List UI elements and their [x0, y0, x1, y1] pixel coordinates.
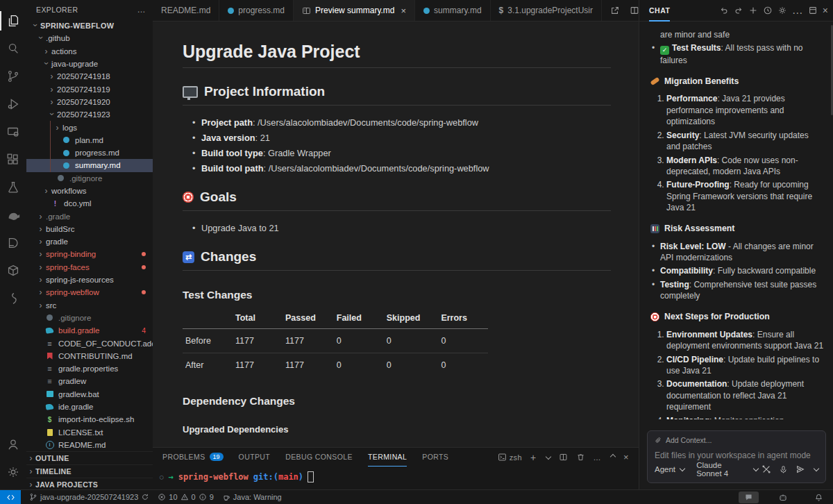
heading-dependency-changes: Dependency Changes — [183, 395, 611, 408]
tree-folder-item[interactable]: ›.gradle — [26, 210, 153, 222]
mode-picker[interactable]: Agent — [655, 465, 675, 473]
tree-file-item[interactable]: README.md — [26, 439, 153, 451]
search-icon[interactable] — [0, 35, 26, 62]
redo-icon[interactable] — [734, 6, 743, 15]
java-status[interactable]: Java: Warning — [222, 493, 282, 501]
kill-terminal-trash-icon[interactable] — [576, 453, 585, 462]
open-preview-icon[interactable] — [610, 6, 620, 15]
problems-status[interactable]: 10 0 9 — [158, 493, 214, 501]
tree-folder-item[interactable]: ›202507241918 — [26, 70, 153, 83]
remote-explorer-icon[interactable] — [0, 118, 26, 146]
maximize-panel-icon[interactable] — [610, 453, 616, 459]
more-actions-icon[interactable]: … — [792, 4, 803, 17]
tree-file-item[interactable]: ide.gradle — [26, 401, 153, 413]
remote-indicator[interactable] — [0, 490, 21, 504]
accounts-icon[interactable] — [0, 430, 26, 458]
tools-icon[interactable] — [762, 464, 771, 474]
undo-icon[interactable] — [719, 6, 729, 15]
microphone-icon[interactable] — [779, 465, 788, 474]
sidebar-section-timeline[interactable]: ›TIMELINE — [26, 464, 153, 478]
settings-gear-icon[interactable] — [0, 458, 26, 486]
source-control-icon[interactable] — [0, 62, 26, 90]
tree-folder-item[interactable]: ›202507241920 — [26, 96, 153, 108]
explorer-icon[interactable] — [0, 7, 26, 35]
tree-file-item[interactable]: dco.yml — [26, 197, 153, 210]
feedback-robot-icon[interactable] — [778, 493, 788, 502]
maximize-chat-icon[interactable] — [808, 6, 818, 15]
gradle-icon[interactable] — [0, 201, 26, 229]
tab-summary[interactable]: summary.md — [415, 0, 490, 21]
panel-tab-problems[interactable]: PROBLEMS 19 — [162, 448, 224, 467]
panel-tab-debug-console[interactable]: DEBUG CONSOLE — [285, 448, 353, 467]
history-icon[interactable] — [763, 6, 773, 15]
notifications-bell-icon[interactable] — [814, 493, 823, 502]
terminal[interactable]: ○ → spring-webflow git:(main) — [153, 467, 639, 482]
tree-folder-item[interactable]: ›spring-webflow — [26, 286, 153, 299]
tree-folder-item[interactable]: ›java-upgrade — [26, 58, 153, 70]
container-cube-icon[interactable] — [0, 257, 26, 285]
tree-folder-item[interactable]: ›spring-js-resources — [26, 274, 153, 286]
split-editor-icon[interactable] — [630, 6, 639, 15]
tree-folder-item[interactable]: ›logs — [26, 121, 153, 133]
tree-file-item[interactable]: plan.md — [26, 134, 153, 146]
new-terminal-icon[interactable]: + — [530, 452, 537, 463]
tree-file-item[interactable]: summary.md — [26, 159, 153, 171]
tree-file-item[interactable]: progress.md — [26, 146, 153, 159]
extensions-icon[interactable] — [0, 146, 26, 174]
tree-file-item[interactable]: CONTRIBUTING.md — [26, 350, 153, 362]
close-chat-icon[interactable]: × — [823, 5, 828, 16]
tree-folder-item[interactable]: ›buildSrc — [26, 223, 153, 235]
tree-folder-item[interactable]: ›.github — [26, 32, 153, 44]
tree-file-item[interactable]: gradle.properties — [26, 362, 153, 375]
git-branch-status[interactable]: java-upgrade-202507241923 — [29, 493, 149, 501]
more-actions-icon[interactable]: … — [137, 5, 146, 15]
chat-status-icon[interactable] — [739, 492, 759, 503]
close-panel-icon[interactable]: × — [623, 452, 629, 462]
add-context-button[interactable]: Add Context... — [655, 436, 818, 444]
bullet-text: : 21 — [255, 133, 270, 143]
tree-folder-item[interactable]: ›spring-faces — [26, 261, 153, 274]
tab-readme[interactable]: README.md — [153, 0, 219, 21]
chevron-right-icon: › — [36, 237, 45, 246]
tree-file-item[interactable]: .gitignore — [26, 172, 153, 185]
chat-input[interactable]: Edit files in your workspace in agent mo… — [655, 451, 818, 460]
panel-tab-output[interactable]: OUTPUT — [239, 448, 271, 467]
testing-beaker-icon[interactable] — [0, 174, 26, 201]
tree-file-item[interactable]: LICENSE.txt — [26, 426, 153, 439]
tab-progress[interactable]: progress.md — [219, 0, 294, 21]
tab-upgrade-project[interactable]: $ 3.1.upgradeProjectUsir — [491, 0, 602, 21]
chevron-down-icon[interactable] — [545, 453, 550, 459]
tree-item-label: spring-faces — [46, 263, 90, 271]
tree-folder-item[interactable]: ›SPRING-WEBFLOW — [26, 19, 153, 32]
shell-selector[interactable]: zsh — [498, 453, 522, 462]
split-terminal-icon[interactable] — [559, 453, 568, 462]
tree-file-item[interactable]: import-into-eclipse.sh — [26, 413, 153, 426]
tree-folder-item[interactable]: ›gradle — [26, 235, 153, 248]
tree-folder-item[interactable]: ›202507241923 — [26, 108, 153, 121]
tree-file-item[interactable]: .gitignore — [26, 312, 153, 324]
tree-folder-item[interactable]: ›202507241919 — [26, 83, 153, 95]
model-picker[interactable]: Claude Sonnet 4 — [696, 461, 749, 478]
more-actions-icon[interactable]: … — [594, 453, 601, 462]
docs-d-icon[interactable] — [0, 229, 26, 257]
close-icon[interactable]: × — [401, 6, 407, 16]
panel-tab-ports[interactable]: PORTS — [422, 448, 448, 467]
tree-folder-item[interactable]: ›spring-binding — [26, 248, 153, 260]
tree-file-item[interactable]: build.gradle4 — [26, 324, 153, 337]
run-and-debug-icon[interactable] — [0, 90, 26, 118]
tree-folder-item[interactable]: ›src — [26, 299, 153, 312]
hook-icon[interactable] — [0, 285, 26, 312]
tree-file-item[interactable]: gradlew.bat — [26, 388, 153, 401]
chat-tab[interactable]: CHAT — [649, 0, 670, 22]
sidebar-section-java-projects[interactable]: ›JAVA PROJECTS — [26, 478, 153, 490]
tree-file-item[interactable]: gradlew — [26, 375, 153, 387]
tree-file-item[interactable]: CODE_OF_CONDUCT.adoc — [26, 337, 153, 349]
tab-preview-summary[interactable]: Preview summary.md × — [294, 0, 415, 21]
tree-folder-item[interactable]: ›workflows — [26, 185, 153, 197]
send-icon[interactable] — [796, 464, 805, 474]
new-chat-icon[interactable] — [748, 6, 758, 15]
panel-tab-terminal[interactable]: TERMINAL — [368, 448, 407, 467]
settings-gear-icon[interactable] — [777, 6, 787, 15]
sidebar-section-outline[interactable]: ›OUTLINE — [26, 451, 153, 464]
tree-folder-item[interactable]: ›actions — [26, 45, 153, 58]
